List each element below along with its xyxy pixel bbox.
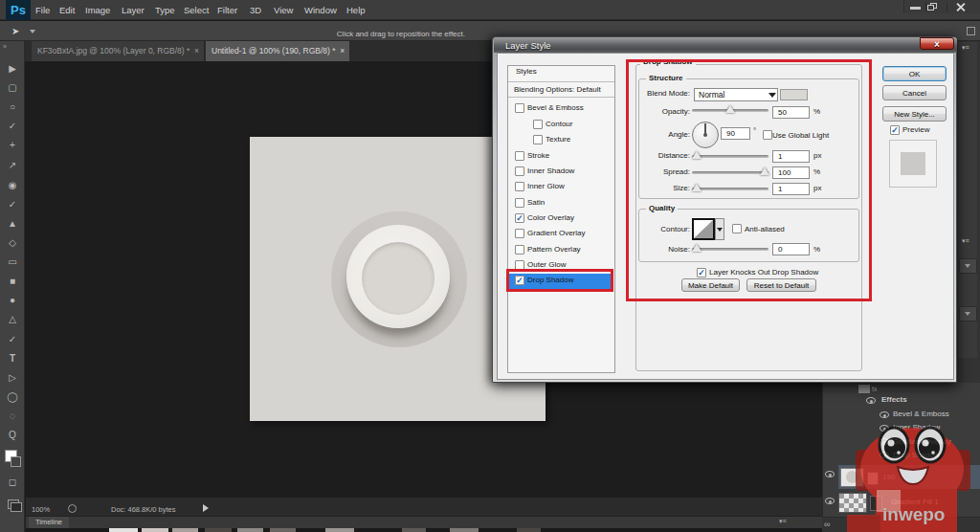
svg-text:inwepo: inwepo (882, 504, 945, 524)
